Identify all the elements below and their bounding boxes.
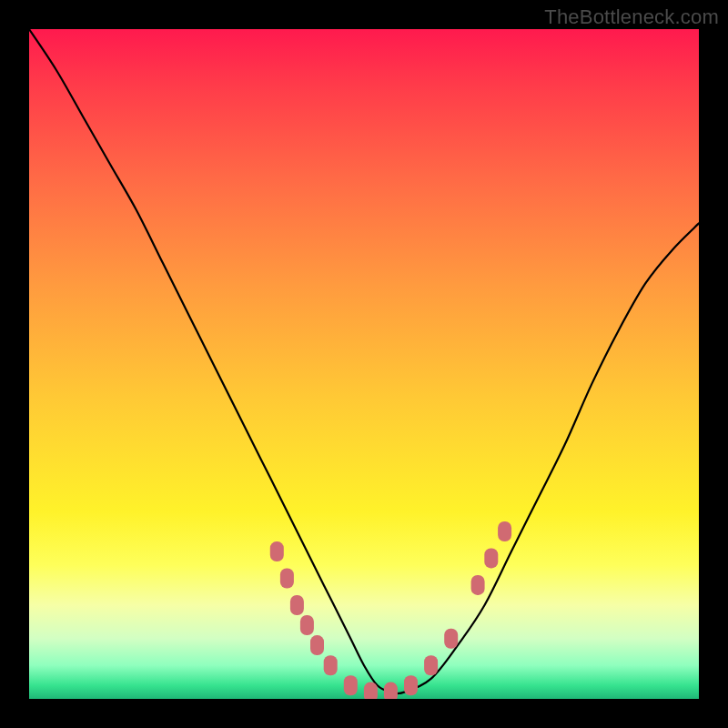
curve-marker [484, 548, 498, 568]
plot-area [29, 29, 699, 699]
curve-marker [280, 569, 294, 589]
watermark-text: TheBottleneck.com [544, 5, 719, 29]
curve-marker [384, 682, 398, 699]
curve-marker [310, 635, 324, 655]
curve-marker [324, 655, 338, 675]
curve-marker [364, 682, 378, 699]
curve-marker [498, 521, 511, 541]
curve-marker [300, 615, 314, 635]
curve-marker [404, 675, 418, 695]
curve-marker [424, 655, 438, 675]
bottleneck-curve [29, 29, 699, 693]
chart-frame: TheBottleneck.com [0, 0, 728, 728]
curve-marker [444, 629, 458, 649]
curve-layer [29, 29, 699, 699]
curve-marker [471, 575, 485, 595]
curve-marker [344, 675, 358, 695]
curve-marker [290, 595, 304, 615]
curve-marker [270, 541, 284, 561]
